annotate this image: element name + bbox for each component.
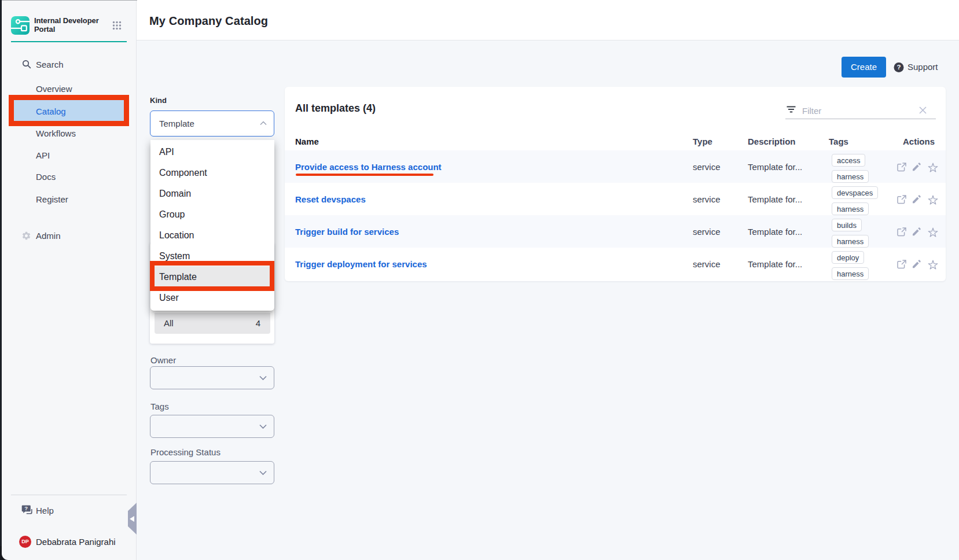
svg-text:?: ?: [24, 505, 28, 511]
svg-text:?: ?: [896, 64, 901, 71]
svg-text:Support: Support: [907, 62, 938, 72]
